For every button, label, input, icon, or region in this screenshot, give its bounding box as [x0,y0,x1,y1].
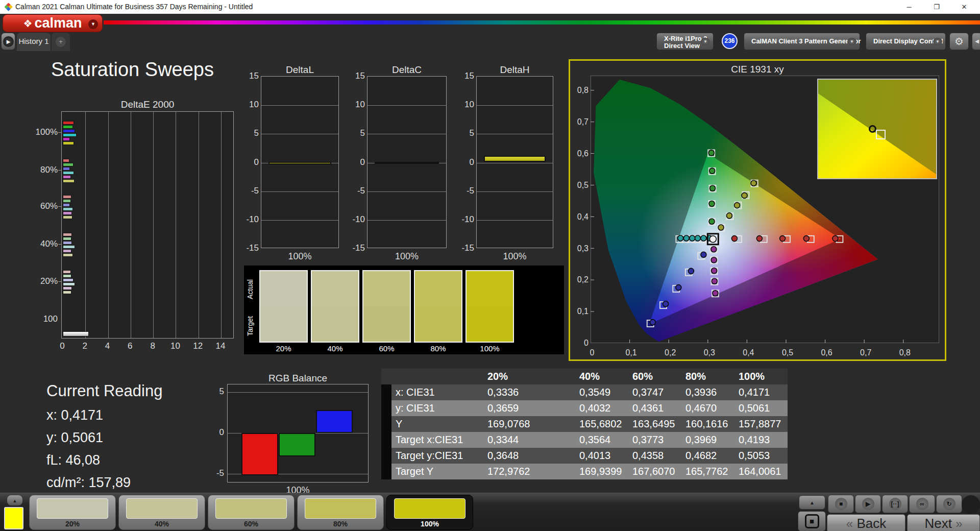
bottom-swatch-20%[interactable]: 20% [29,495,116,530]
swatch-column-40%: 40% [311,270,359,353]
cell-value: 164,0061 [734,464,788,479]
bottom-swatch-60%[interactable]: 60% [208,495,295,530]
restore-icon[interactable]: ❐ [925,0,948,14]
next-button[interactable]: Next » [907,514,980,531]
deltae-chart [61,111,234,339]
cell-value: 0,3564 [575,432,628,448]
calman-diamond-icon: ❖ [23,17,33,30]
gridline [261,105,338,106]
col-header: 80% [681,369,734,384]
collapse-panel-button[interactable]: ◀ [972,33,980,50]
reading-x: x: 0,4171 [46,407,162,423]
deltae-white-label: 100 [34,314,58,324]
measured-yellow [734,203,740,208]
play-button[interactable]: ▶ [855,495,881,513]
collapse-strip-button[interactable]: ▲ [7,495,22,505]
measured-red [832,236,838,242]
bottom-swatch-40%[interactable]: 40% [118,495,205,530]
deltae-bar-100%-0 [63,121,74,125]
range-button[interactable]: [··] [882,495,908,513]
swatch-20% [259,270,308,343]
current-pattern-swatch[interactable] [4,507,23,529]
swatch-40% [311,270,359,343]
saturation-results-table: 20%40%60%80%100%x: CIE310,33360,35490,37… [381,369,788,479]
chevron-down-icon[interactable]: ▼ [88,19,98,29]
minimize-icon[interactable]: ─ [897,0,921,14]
loop-button[interactable]: ∞ [909,495,935,513]
measured-cyan [683,235,689,241]
cie-zoom-inset [817,79,937,179]
gridline [368,191,446,192]
cell-value: 0,4682 [681,448,734,464]
deltae-bar-40%-2 [63,241,72,245]
cell-value: 169,9399 [575,464,628,479]
cell-value: 0,3969 [681,432,734,448]
title-bar: Calman 2021 Calman Ultimate for Business… [0,0,980,14]
measured-yellow [726,213,732,219]
bottom-swatch-100%[interactable]: 100% [386,495,473,530]
cie-y-tick: 0,1 [574,307,589,316]
meter-count-badge[interactable]: 236 [722,33,738,49]
deltaH-y-tick: -5 [455,186,474,196]
pattern-generator-dropdown[interactable]: CalMAN Client 3 Pattern Generator ▼ [744,33,860,50]
cie-x-tick: 0,4 [738,348,758,357]
close-icon[interactable]: ✕ [952,0,976,14]
settings-button[interactable]: ⚙ [949,33,969,50]
stop-button[interactable]: ■ [828,495,854,513]
cie-1931-panel: CIE 1931 xy [569,59,946,361]
deltae-bar-80%-5 [63,179,75,183]
chevrons-right-icon: » [955,517,962,530]
swatch-color [37,498,108,519]
cell-value: 0,4670 [681,400,734,416]
up-arrow-icon: ▲ [13,498,17,503]
rgb-y-tick: 0 [207,427,224,438]
back-button[interactable]: « Back [827,514,905,531]
meter-dropdown[interactable]: X-Rite i1Pro 2 Direct View ▼ [656,33,714,50]
layout-nav-button[interactable]: ▶ [1,33,15,50]
cie-y-tick: 0,6 [574,149,589,158]
deltae-bar-20%-0 [63,270,71,274]
deltae-bar-80%-4 [63,175,71,179]
tab-history-1[interactable]: History 1 [17,33,51,51]
tick [58,206,61,207]
deltae-bar-20%-1 [63,274,71,278]
deltae-bar-60%-4 [63,211,72,215]
cie-x-tick: 0,8 [895,348,915,357]
deltaL-y-tick: -15 [239,243,259,253]
gridline [199,112,199,338]
deltae-bar-60%-1 [63,199,71,203]
deltaL-y-tick: -5 [239,186,259,196]
bottom-swatch-80%[interactable]: 80% [297,495,384,530]
measured-cyan [701,235,706,241]
white-point-measured [709,236,716,243]
refresh-button[interactable]: ↻ [936,495,962,513]
deltae-x-tick: 8 [145,341,160,351]
current-reading-title: Current Reading [46,382,162,400]
measured-green [709,219,715,224]
deltaH-x-label: 100% [476,251,553,262]
deltaC-y-tick: 10 [346,100,365,110]
deltaC-bar [375,162,439,164]
display-control-dropdown[interactable]: Direct Display Control ▼ [866,33,946,50]
deltae-x-tick: 6 [122,341,138,351]
swatch-100% [465,270,514,343]
gridline [368,220,446,221]
cell-value: 0,4013 [575,448,628,464]
add-tab-button[interactable]: + [52,33,70,51]
measured-green [709,168,715,174]
deltae-bar-60%-2 [63,203,70,207]
deltaL-y-tick: 0 [239,157,259,167]
expand-controls-button[interactable]: ▲ [799,495,825,510]
cell-value: 0,3747 [628,384,681,400]
calman-logo-text: calman [34,15,82,31]
gridline [477,191,553,192]
deltae-bar-40%-4 [63,249,71,253]
deltaH-y-tick: -10 [455,214,474,225]
gridline [477,105,553,106]
calman-menu-button[interactable]: ❖ calman ▼ [3,14,103,32]
gridline [477,163,553,163]
pattern-window-button[interactable]: ■ [798,511,826,531]
cell-value: 0,4361 [628,400,681,416]
deltae-x-tick: 4 [100,341,115,351]
cie-y-tick: 0 [574,339,589,348]
